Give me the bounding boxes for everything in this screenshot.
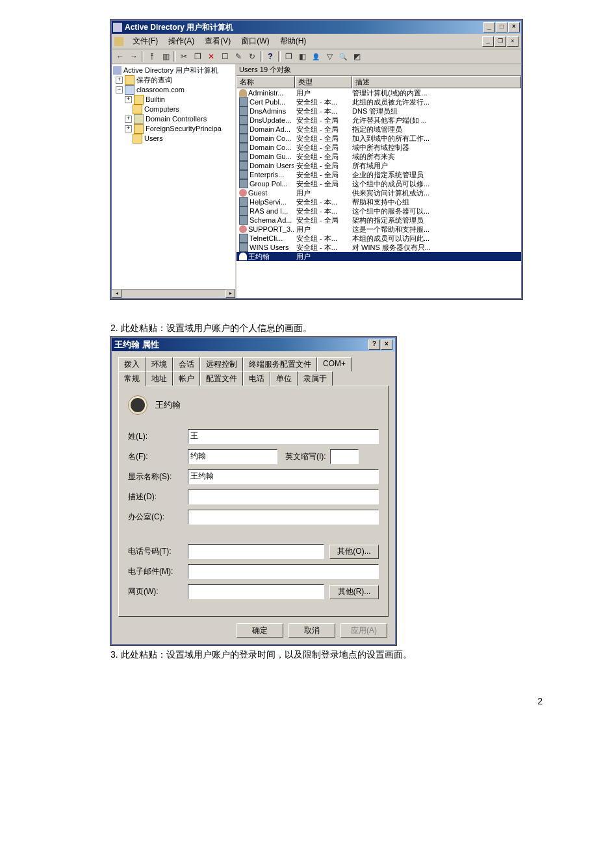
- web-input[interactable]: [188, 584, 324, 599]
- tab-隶属于[interactable]: 隶属于: [298, 371, 333, 386]
- expander-icon[interactable]: +: [116, 77, 123, 84]
- tree-computers[interactable]: Computers: [113, 105, 234, 114]
- close-button[interactable]: ×: [508, 22, 520, 32]
- tab-单位[interactable]: 单位: [270, 371, 298, 386]
- row-name: Schema Ad...: [249, 216, 292, 225]
- up-icon[interactable]: [146, 51, 158, 62]
- menu-window[interactable]: 窗口(W): [236, 35, 274, 47]
- folder1-icon[interactable]: [283, 51, 294, 62]
- menu-help[interactable]: 帮助(H): [275, 35, 312, 47]
- last-name-input[interactable]: 王: [188, 429, 379, 444]
- delete-icon[interactable]: [205, 51, 217, 62]
- tab-远程控制[interactable]: 远程控制: [200, 357, 243, 371]
- col-type[interactable]: 类型: [295, 76, 352, 88]
- tree-horizontal-scrollbar[interactable]: ◂ ▸: [112, 289, 235, 298]
- col-name[interactable]: 名称: [237, 76, 295, 88]
- filter-icon[interactable]: [324, 51, 335, 62]
- misc-icon[interactable]: [351, 51, 363, 62]
- new-user-icon[interactable]: [310, 51, 322, 62]
- tree-pane[interactable]: Active Directory 用户和计算机 + 保存的查询 − classr…: [112, 64, 237, 298]
- expander-icon[interactable]: +: [125, 125, 132, 132]
- tree-users[interactable]: Users: [113, 134, 234, 143]
- help-icon[interactable]: [264, 51, 276, 62]
- tree-saved-queries[interactable]: + 保存的查询: [113, 75, 234, 85]
- tab-配置文件[interactable]: 配置文件: [200, 371, 243, 386]
- list-row[interactable]: Guest用户供来宾访问计算机或访...: [237, 188, 521, 197]
- list-row[interactable]: TelnetCli...安全组 - 本...本组的成员可以访问此...: [237, 234, 521, 243]
- find-icon[interactable]: [337, 51, 349, 62]
- list-row[interactable]: Domain Co...安全组 - 全局加入到域中的所有工作...: [237, 134, 521, 143]
- ok-button[interactable]: 确定: [237, 623, 283, 638]
- mdi-close-button[interactable]: ×: [507, 36, 518, 47]
- tab-COM+[interactable]: COM+: [317, 357, 352, 371]
- menu-file[interactable]: 文件(F): [127, 35, 163, 47]
- list-row[interactable]: Enterpris...安全组 - 全局企业的指定系统管理员: [237, 170, 521, 179]
- scroll-right-icon[interactable]: ▸: [225, 290, 235, 298]
- expander-icon[interactable]: +: [125, 96, 132, 103]
- forward-icon[interactable]: [128, 51, 140, 62]
- tab-常规[interactable]: 常规: [118, 371, 146, 386]
- dialog-titlebar[interactable]: 王约翰 属性 ? ×: [112, 338, 395, 351]
- tree-domain[interactable]: − classroom.com: [113, 85, 234, 95]
- expander-icon[interactable]: −: [116, 86, 123, 93]
- show-tree-icon[interactable]: [160, 51, 172, 62]
- tab-会话[interactable]: 会话: [173, 357, 200, 371]
- list-row[interactable]: WINS Users安全组 - 本...对 WINS 服务器仅有只...: [237, 243, 521, 252]
- tab-终端服务配置文件[interactable]: 终端服务配置文件: [243, 357, 317, 371]
- mdi-restore-button[interactable]: ❐: [494, 36, 506, 47]
- list-row[interactable]: SUPPORT_3...用户这是一个帮助和支持服...: [237, 225, 521, 234]
- tab-地址[interactable]: 地址: [146, 371, 173, 386]
- copy-icon[interactable]: [192, 51, 203, 62]
- description-input[interactable]: [188, 490, 379, 504]
- list-row[interactable]: 王约翰用户: [237, 252, 521, 261]
- minimize-button[interactable]: _: [483, 22, 495, 32]
- mdi-minimize-button[interactable]: _: [482, 36, 494, 47]
- tab-帐户[interactable]: 帐户: [173, 371, 200, 386]
- list-row[interactable]: Domain Gu...安全组 - 全局域的所有来宾: [237, 152, 521, 161]
- refresh-icon[interactable]: [246, 51, 258, 62]
- email-input[interactable]: [188, 564, 379, 579]
- tree-root[interactable]: Active Directory 用户和计算机: [113, 66, 234, 75]
- list-row[interactable]: HelpServi...安全组 - 本...帮助和支持中心组: [237, 197, 521, 206]
- tab-环境[interactable]: 环境: [146, 357, 173, 371]
- list-row[interactable]: Domain Co...安全组 - 全局域中所有域控制器: [237, 143, 521, 152]
- list-row[interactable]: Cert Publ...安全组 - 本...此组的成员被允许发行...: [237, 97, 521, 106]
- list-row[interactable]: Group Pol...安全组 - 全局这个组中的成员可以修...: [237, 179, 521, 188]
- scroll-left-icon[interactable]: ◂: [112, 290, 122, 298]
- notes-icon[interactable]: [233, 51, 244, 62]
- maximize-button[interactable]: □: [496, 22, 507, 32]
- list-row[interactable]: Domain Ad...安全组 - 全局指定的域管理员: [237, 125, 521, 134]
- tab-拨入[interactable]: 拨入: [118, 357, 146, 371]
- folder2-icon[interactable]: [296, 51, 308, 62]
- web-other-button[interactable]: 其他(R)...: [329, 585, 379, 599]
- list-row[interactable]: Domain Users安全组 - 全局所有域用户: [237, 161, 521, 170]
- initials-input[interactable]: [330, 449, 359, 464]
- properties-icon[interactable]: [219, 51, 231, 62]
- back-icon[interactable]: [114, 51, 126, 62]
- cancel-button[interactable]: 取消: [288, 623, 335, 638]
- tree-fsp[interactable]: + ForeignSecurityPrincipa: [113, 124, 234, 134]
- cut-icon[interactable]: [178, 51, 190, 62]
- phone-other-button[interactable]: 其他(O)...: [329, 545, 379, 559]
- tree-builtin[interactable]: + Builtin: [113, 95, 234, 105]
- tab-电话[interactable]: 电话: [243, 371, 270, 386]
- office-input[interactable]: [188, 510, 379, 525]
- display-name-input[interactable]: 王约翰: [188, 469, 379, 484]
- list-row[interactable]: DnsAdmins安全组 - 本...DNS 管理员组: [237, 106, 521, 116]
- list-row[interactable]: RAS and I...安全组 - 本...这个组中的服务器可以...: [237, 206, 521, 216]
- list-row[interactable]: DnsUpdate...安全组 - 全局允许替其他客户端(如 ...: [237, 116, 521, 125]
- phone-input[interactable]: [188, 544, 324, 559]
- list-pane[interactable]: Users 19 个对象 名称 类型 描述 Administr...用户管理计算…: [237, 64, 521, 298]
- list-row[interactable]: Administr...用户管理计算机(域)的内置...: [237, 88, 521, 97]
- menu-action[interactable]: 操作(A): [163, 35, 199, 47]
- window-titlebar[interactable]: Active Directory 用户和计算机 _ □ ×: [112, 21, 521, 34]
- apply-button[interactable]: 应用(A): [340, 623, 387, 638]
- menu-view[interactable]: 查看(V): [199, 35, 236, 47]
- first-name-input[interactable]: 约翰: [188, 449, 277, 464]
- close-button[interactable]: ×: [381, 340, 392, 350]
- expander-icon[interactable]: +: [125, 116, 132, 123]
- col-desc[interactable]: 描述: [352, 76, 521, 88]
- help-button[interactable]: ?: [368, 340, 380, 350]
- list-row[interactable]: Schema Ad...安全组 - 全局架构的指定系统管理员: [237, 216, 521, 225]
- tree-domain-controllers[interactable]: + Domain Controllers: [113, 114, 234, 124]
